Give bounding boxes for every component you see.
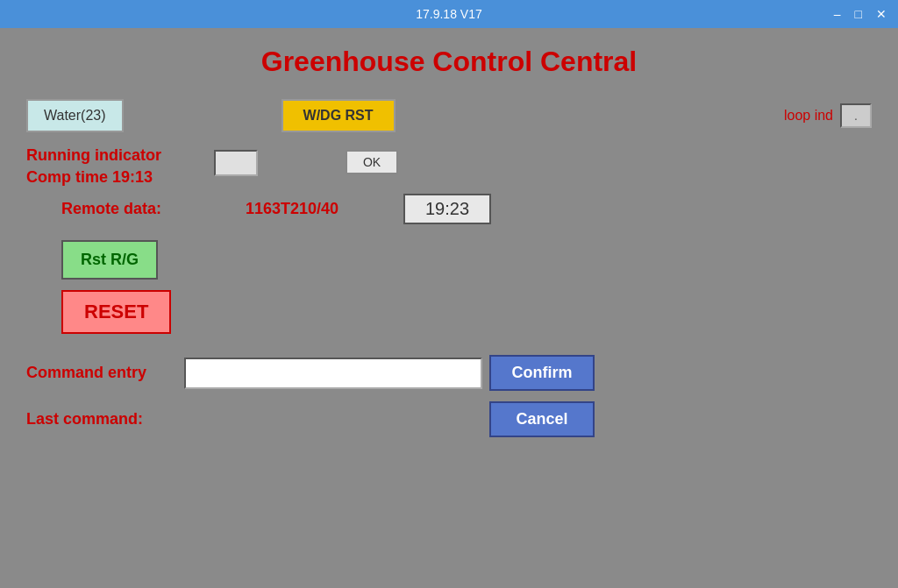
time-value: 19:23: [425, 199, 469, 218]
running-section: Running indicator Comp time 19:13 OK: [26, 146, 872, 187]
running-indicator-label: Running indicator: [26, 146, 161, 165]
title-bar: 17.9.18 V17 – □ ✕: [0, 0, 898, 28]
ok-button[interactable]: OK: [346, 150, 398, 174]
title-bar-text: 17.9.18 V17: [416, 7, 482, 21]
close-button[interactable]: ✕: [872, 6, 891, 22]
app-title: Greenhouse Control Central: [26, 46, 872, 78]
time-box: 19:23: [403, 194, 491, 224]
water-button[interactable]: Water(23): [26, 99, 124, 132]
loop-ind-label: loop ind: [784, 108, 833, 124]
cancel-button[interactable]: Cancel: [489, 401, 595, 437]
loop-ind-value: .: [854, 109, 858, 123]
last-command-label: Last command:: [26, 410, 184, 429]
title-bar-controls: – □ ✕: [830, 6, 891, 22]
minimize-button[interactable]: –: [830, 6, 845, 22]
command-entry-label: Command entry: [26, 364, 184, 382]
remote-data-row: Remote data: 1163T210/40 19:23: [61, 194, 872, 224]
rst-rg-button[interactable]: Rst R/G: [61, 240, 158, 280]
wdg-rst-button[interactable]: W/DG RST: [282, 99, 396, 132]
running-indicator-box: [214, 150, 258, 176]
command-input[interactable]: [184, 358, 482, 389]
top-row: Water(23) W/DG RST loop ind .: [26, 99, 872, 132]
rst-rg-row: Rst R/G: [26, 240, 872, 290]
loop-ind-box: .: [840, 103, 872, 128]
last-command-row: Last command: Cancel: [26, 401, 872, 437]
reset-row: RESET: [26, 290, 872, 355]
comp-time-label: Comp time 19:13: [26, 168, 161, 187]
remote-data-value: 1163T210/40: [246, 200, 386, 218]
maximize-button[interactable]: □: [851, 6, 866, 22]
running-labels: Running indicator Comp time 19:13: [26, 146, 161, 187]
command-entry-row: Command entry Confirm: [26, 355, 872, 391]
confirm-button[interactable]: Confirm: [489, 355, 595, 391]
reset-button[interactable]: RESET: [61, 290, 171, 334]
remote-data-label: Remote data:: [61, 200, 193, 218]
main-content: Greenhouse Control Central Water(23) W/D…: [0, 28, 898, 588]
